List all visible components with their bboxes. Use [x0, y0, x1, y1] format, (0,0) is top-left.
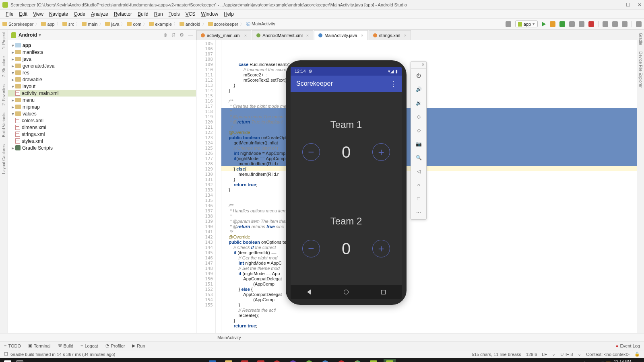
- emulator-close-icon[interactable]: ✕: [421, 62, 425, 68]
- menu-tools[interactable]: Tools: [166, 10, 182, 18]
- stop-icon[interactable]: [588, 21, 594, 27]
- rotate-right-icon[interactable]: ◇: [411, 123, 426, 137]
- gutter-tab[interactable]: Gradle: [638, 33, 643, 45]
- overview-icon[interactable]: □: [411, 192, 426, 206]
- search-icon[interactable]: [636, 21, 642, 27]
- home-icon[interactable]: ○: [411, 178, 426, 192]
- tool-profiler[interactable]: ◔Profiler: [105, 343, 125, 348]
- volume-up-icon[interactable]: 🔊: [411, 82, 426, 96]
- hide-icon[interactable]: —: [188, 32, 193, 38]
- task-view-icon[interactable]: [14, 359, 26, 362]
- taskbar-explorer-icon[interactable]: [223, 359, 235, 362]
- menu-vcs[interactable]: VCS: [183, 10, 198, 18]
- zoom-icon[interactable]: 🔍: [411, 151, 426, 165]
- right-tool-gutter: GradleDevice File Explorer: [637, 30, 644, 333]
- menu-build[interactable]: Build: [135, 10, 151, 18]
- taskbar-android-studio-icon[interactable]: [367, 359, 380, 362]
- toolbar-icons: app▾: [506, 21, 642, 27]
- window-titlebar: Scorekeeper [C:\Users\Kevin\AndroidStudi…: [0, 0, 644, 10]
- windows-taskbar: ᴿ ^ �އ ☁ ⛨ 🔊 📶 12:14 PM 3/3/2019 💬: [0, 358, 644, 362]
- taskbar-opera-icon[interactable]: [335, 359, 347, 362]
- minimize-button[interactable]: —: [614, 2, 619, 8]
- sdk-icon[interactable]: [612, 21, 618, 27]
- window-title: Scorekeeper [C:\Users\Kevin\AndroidStudi…: [10, 2, 614, 7]
- start-button[interactable]: [2, 359, 14, 362]
- apply-changes-icon[interactable]: [550, 21, 555, 27]
- maximize-button[interactable]: ☐: [626, 2, 630, 8]
- run-config-selector[interactable]: app▾: [515, 21, 538, 27]
- power-icon[interactable]: ⏻: [411, 69, 426, 82]
- sync-icon[interactable]: [506, 21, 511, 27]
- gutter-tab[interactable]: 7: Structure: [2, 56, 6, 77]
- project-panel: Android ▾ ⊕ ⇵ ⚙ — ▾app ▸manifests ▸java …: [8, 30, 196, 333]
- taskbar-app-icon[interactable]: [319, 359, 331, 362]
- taskbar-app-icon[interactable]: [303, 359, 315, 362]
- gutter-tab[interactable]: Device File Explorer: [638, 51, 643, 87]
- editor-tabs: activity_main.xml×AndroidManifest.xml×Ma…: [196, 30, 637, 40]
- left-tool-gutter: 1: Project7: Structure2: FavoritesBuild …: [0, 30, 8, 333]
- status-bar: ☐ Gradle build finished in 14 s 367 ms (…: [0, 350, 644, 358]
- more-icon[interactable]: ⋯: [411, 206, 426, 219]
- tool-build[interactable]: ⚒Build: [58, 343, 73, 348]
- avd-icon[interactable]: [603, 21, 608, 27]
- collapse-icon[interactable]: ⇵: [171, 32, 175, 38]
- emulator-min-icon[interactable]: —: [415, 62, 419, 68]
- tree-item-activity-main[interactable]: activity_main.xml: [8, 90, 196, 97]
- menu-help[interactable]: Help: [221, 10, 236, 18]
- gutter-tab[interactable]: Build Variants: [2, 113, 6, 137]
- run-icon[interactable]: [542, 22, 546, 27]
- debug-icon[interactable]: [559, 21, 565, 27]
- nav-toolbar: Scorekeeper〉app〉src〉main〉java〉com〉exampl…: [0, 19, 644, 30]
- taskbar-edge-icon[interactable]: [206, 359, 219, 362]
- editor-tab[interactable]: strings.xml×: [369, 30, 411, 40]
- taskbar-app-icon[interactable]: [271, 359, 283, 362]
- event-log[interactable]: ●Event Log: [616, 343, 640, 348]
- editor-breadcrumb[interactable]: MainActivity: [0, 333, 644, 341]
- back-icon[interactable]: ◁: [411, 165, 426, 178]
- profile-icon[interactable]: [569, 21, 575, 27]
- menu-code[interactable]: Code: [71, 10, 88, 18]
- status-message: Gradle build finished in 14 s 367 ms (34…: [10, 352, 115, 357]
- menu-bar: FileEditViewNavigateCodeAnalyzeRefactorB…: [0, 10, 644, 19]
- tool-run[interactable]: ▶Run: [132, 343, 145, 348]
- menu-window[interactable]: Window: [198, 10, 221, 18]
- rotate-left-icon[interactable]: ◇: [411, 110, 426, 123]
- close-button[interactable]: ✕: [638, 2, 642, 8]
- volume-down-icon[interactable]: 🔉: [411, 96, 426, 110]
- emulator-toolbar[interactable]: —✕ ⏻ 🔊 🔉 ◇ ◇ 📷 🔍 ◁ ○ □ ⋯: [411, 61, 427, 220]
- taskbar-app-icon[interactable]: [287, 359, 299, 362]
- breadcrumb[interactable]: Scorekeeper〉app〉src〉main〉java〉com〉exampl…: [2, 21, 275, 27]
- bottom-tool-bar: ≡TODO▣Terminal⚒Build≡Logcat◔Profiler▶Run…: [0, 341, 644, 350]
- structure-icon[interactable]: [622, 21, 627, 27]
- taskbar-app-icon[interactable]: [255, 359, 267, 362]
- android-icon: [11, 32, 16, 38]
- tool-terminal[interactable]: ▣Terminal: [28, 343, 51, 348]
- menu-navigate[interactable]: Navigate: [47, 10, 70, 18]
- editor-tab[interactable]: MainActivity.java×: [314, 30, 368, 40]
- menu-run[interactable]: Run: [152, 10, 165, 18]
- project-tree[interactable]: ▾app ▸manifests ▸java ▸generatedJava ▾re…: [8, 40, 196, 333]
- gutter-tab[interactable]: Layout Captures: [2, 144, 6, 174]
- taskbar-app-icon[interactable]: [239, 359, 251, 362]
- menu-analyze[interactable]: Analyze: [89, 10, 111, 18]
- editor-tab[interactable]: activity_main.xml×: [196, 30, 251, 40]
- menu-edit[interactable]: Edit: [17, 10, 30, 18]
- tool-todo[interactable]: ≡TODO: [4, 343, 21, 348]
- gutter-tab[interactable]: 1: Project: [2, 32, 6, 49]
- android-studio-icon: [2, 2, 8, 8]
- gutter-tab[interactable]: 2: Favorites: [2, 84, 6, 105]
- menu-refactor[interactable]: Refactor: [111, 10, 134, 18]
- project-view-selector[interactable]: Android: [19, 32, 37, 38]
- attach-icon[interactable]: [579, 21, 584, 27]
- menu-file[interactable]: File: [3, 10, 16, 18]
- taskbar-emulator-icon[interactable]: [384, 359, 396, 362]
- menu-view[interactable]: View: [31, 10, 46, 18]
- tool-logcat[interactable]: ≡Logcat: [80, 343, 98, 348]
- editor-tab[interactable]: AndroidManifest.xml×: [252, 30, 313, 40]
- target-icon[interactable]: ⊕: [163, 32, 167, 38]
- camera-icon[interactable]: 📷: [411, 137, 426, 151]
- taskbar-chrome-icon[interactable]: [351, 359, 363, 362]
- gear-icon[interactable]: ⚙: [180, 32, 184, 38]
- clock-time[interactable]: 12:14 PM: [614, 360, 631, 362]
